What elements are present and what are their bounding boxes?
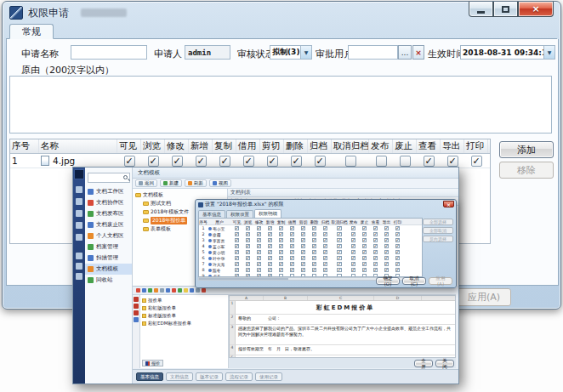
mini-checkbox[interactable]: ✓ (279, 256, 284, 261)
permission-checkbox[interactable]: ✓ (267, 156, 278, 167)
nav-icon[interactable] (76, 186, 82, 193)
select-all-button[interactable]: 全部取消 (423, 227, 453, 234)
status-select[interactable]: 拟制(3) (270, 45, 312, 60)
grid-row[interactable]: 8陈冬✓✓✓✓✓✓✓✓✓✓✓✓✓✓✓ (199, 267, 422, 273)
mini-checkbox[interactable]: ✓ (395, 238, 401, 243)
mini-checkbox[interactable]: ✓ (351, 238, 356, 243)
dialog-tab[interactable]: 权限设置 (226, 210, 253, 218)
mini-checkbox[interactable]: ✓ (301, 268, 306, 273)
sidebar-search-input[interactable] (88, 173, 130, 183)
mini-checkbox[interactable]: ✓ (373, 268, 378, 273)
mini-checkbox[interactable]: ✓ (395, 232, 401, 237)
sidebar-item[interactable]: 个人文档区 (85, 230, 132, 241)
mini-checkbox[interactable]: ✓ (290, 256, 295, 261)
mini-checkbox[interactable]: ✓ (290, 262, 295, 267)
approver-clear-button[interactable]: × (412, 45, 424, 60)
mini-checkbox[interactable]: ✓ (301, 250, 306, 255)
mini-checkbox[interactable]: ✓ (290, 244, 295, 249)
mini-checkbox[interactable]: ✓ (312, 238, 317, 243)
grid-row[interactable]: 4蓝小军✓✓✓✓✓✓✓✓✓✓✓✓✓✓✓ (199, 243, 422, 249)
mini-checkbox[interactable]: ✓ (323, 238, 328, 243)
mini-checkbox[interactable]: ✓ (279, 268, 284, 273)
mini-checkbox[interactable]: ✓ (351, 250, 356, 255)
mini-checkbox[interactable]: ✓ (235, 244, 240, 249)
mini-checkbox[interactable]: ✓ (373, 244, 378, 249)
mini-checkbox[interactable]: ✓ (384, 226, 390, 231)
preview-toolbar-icon[interactable] (202, 288, 206, 293)
chevron-down-icon[interactable] (300, 46, 311, 59)
preview-toolbar-icon[interactable] (154, 288, 158, 293)
mini-checkbox[interactable]: ✓ (246, 226, 251, 231)
permission-checkbox[interactable]: ✓ (196, 156, 207, 167)
mini-checkbox[interactable]: ✓ (362, 262, 367, 267)
dialog-apply-button[interactable]: 应用(A) (429, 277, 452, 285)
grid-row[interactable]: 5黄小明✓✓✓✓✓✓✓✓✓✓✓✓✓✓✓ (199, 249, 422, 255)
mini-checkbox[interactable]: ✓ (268, 238, 273, 243)
mini-checkbox[interactable]: ✓ (395, 244, 401, 249)
apply-button[interactable]: 应用(A) (457, 288, 511, 306)
chevron-down-icon[interactable] (543, 46, 554, 59)
dialog-ok-button[interactable]: 确定(O) (376, 277, 400, 285)
mini-checkbox[interactable]: ✓ (290, 226, 295, 231)
spreadsheet-view[interactable]: ABCD 1彩虹EDM报价单2尊敬的 公司：3感谢您选择了解我公司的产品。深圳市… (229, 295, 456, 358)
permission-checkbox[interactable]: ✓ (447, 156, 458, 167)
permission-checkbox[interactable]: ✓ (124, 156, 135, 167)
mini-checkbox[interactable]: ✓ (235, 232, 240, 237)
tree-root-node[interactable]: 文档模板 (133, 190, 227, 199)
mini-checkbox[interactable]: ✓ (257, 250, 262, 255)
nav-icon[interactable] (76, 263, 82, 270)
mini-checkbox[interactable]: ✓ (351, 256, 356, 261)
mini-checkbox[interactable]: ✓ (301, 256, 306, 261)
mini-checkbox[interactable]: ✓ (373, 250, 378, 255)
mini-checkbox[interactable]: ✓ (246, 238, 251, 243)
mini-checkbox[interactable]: ✓ (337, 250, 342, 255)
footer-pill-button[interactable]: 使用记录 (255, 372, 282, 381)
permission-checkbox[interactable]: ✓ (172, 156, 183, 167)
maximize-button[interactable] (493, 2, 518, 17)
mini-checkbox[interactable]: ✓ (279, 226, 284, 231)
mini-checkbox[interactable]: ✓ (279, 244, 284, 249)
mini-checkbox[interactable]: ✓ (373, 232, 378, 237)
mini-checkbox[interactable]: ✓ (395, 256, 401, 261)
mini-checkbox[interactable]: ✓ (362, 244, 367, 249)
mini-checkbox[interactable]: ✓ (235, 268, 240, 273)
mini-checkbox[interactable]: ✓ (235, 226, 240, 231)
toolbar-button[interactable]: 返回 (135, 179, 157, 187)
nav-icon[interactable] (76, 273, 82, 280)
permission-checkbox[interactable]: ✓ (471, 156, 482, 167)
permission-checkbox[interactable]: ✓ (315, 156, 326, 167)
mini-checkbox[interactable]: ✓ (301, 244, 306, 249)
mini-checkbox[interactable]: ✓ (384, 262, 390, 267)
title-bar[interactable]: 权限申请 × (3, 2, 560, 24)
pdf-icon[interactable] (134, 304, 139, 309)
mini-checkbox[interactable]: ✓ (290, 238, 295, 243)
dialog-tab[interactable]: 基本信息 (198, 210, 225, 218)
mini-checkbox[interactable]: ✓ (312, 250, 317, 255)
footer-pill-button[interactable]: 版本记录 (196, 372, 223, 381)
mini-checkbox[interactable]: ✓ (362, 256, 367, 261)
mini-checkbox[interactable]: ✓ (257, 238, 262, 243)
mini-checkbox[interactable]: ✓ (351, 226, 356, 231)
mini-checkbox[interactable]: ✓ (312, 232, 317, 237)
mini-checkbox[interactable]: ✓ (279, 232, 284, 237)
mini-checkbox[interactable]: ✓ (290, 250, 295, 255)
mini-checkbox[interactable]: ✓ (351, 244, 356, 249)
mini-checkbox[interactable]: ✓ (235, 250, 240, 255)
sidebar-item[interactable]: 文档工作区 (85, 186, 132, 197)
dialog-cancel-button[interactable]: 取消(C) (402, 277, 426, 285)
sidebar-item[interactable]: 文档废止区 (85, 219, 132, 230)
approver-input[interactable] (348, 45, 398, 60)
mini-checkbox[interactable]: ✓ (323, 226, 328, 231)
mini-checkbox[interactable]: ✓ (279, 262, 284, 267)
mini-checkbox[interactable]: ✓ (279, 238, 284, 243)
remove-button[interactable]: 移除 (499, 162, 554, 179)
grid-row[interactable]: 3李富贵✓✓✓✓✓✓✓✓✓✓✓✓✓✓✓ (199, 237, 422, 243)
mini-checkbox[interactable]: ✓ (257, 256, 262, 261)
preview-action-button[interactable]: 全屏 (414, 360, 433, 367)
mini-checkbox[interactable]: ✓ (246, 256, 251, 261)
mini-checkbox[interactable]: ✓ (373, 226, 378, 231)
mini-checkbox[interactable]: ✓ (312, 244, 317, 249)
mini-checkbox[interactable]: ✓ (337, 256, 342, 261)
mini-checkbox[interactable]: ✓ (268, 226, 273, 231)
nav-icon[interactable] (76, 234, 82, 241)
